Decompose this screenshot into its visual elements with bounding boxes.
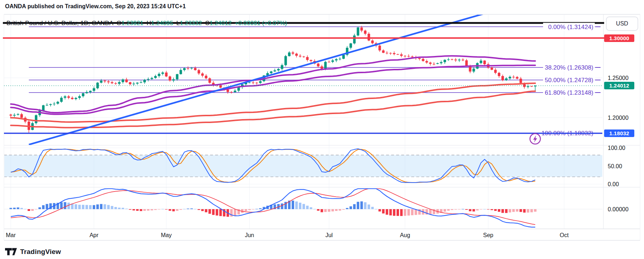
svg-text:61.80% (1.23148): 61.80% (1.23148)	[545, 89, 593, 96]
price-badge-last-price: 1.24012	[604, 82, 634, 89]
symbol-title-row[interactable]: British Pound / U.S. Dollar, 1D, OANDA O…	[6, 20, 287, 27]
macd-pane	[10, 189, 537, 227]
ohlc-open: O1.23921	[117, 20, 144, 27]
svg-text:May: May	[161, 232, 172, 238]
svg-text:50.00: 50.00	[608, 163, 622, 169]
lightning-icon[interactable]	[530, 134, 541, 144]
ohlc-close: C1.24012	[205, 20, 232, 27]
svg-text:Apr: Apr	[89, 232, 99, 238]
price-change: +0.00091 (+0.07%)	[235, 20, 287, 27]
ma-purple-fast	[11, 56, 535, 113]
svg-text:0.00: 0.00	[608, 181, 619, 187]
ma-red-fast	[11, 83, 535, 122]
tradingview-logo-text: TradingView	[20, 248, 61, 256]
svg-text:38.20% (1.26308): 38.20% (1.26308)	[545, 64, 593, 71]
svg-text:0.00000: 0.00000	[608, 206, 629, 212]
svg-text:Jul: Jul	[325, 232, 333, 238]
symbol-description[interactable]: British Pound / U.S. Dollar, 1D, OANDA	[6, 20, 113, 27]
ohlc-low: L1.23332	[176, 20, 202, 27]
svg-text:Jun: Jun	[245, 232, 254, 238]
svg-text:1.25000: 1.25000	[608, 75, 629, 81]
candlestick-series	[10, 26, 537, 133]
svg-text:1.20000: 1.20000	[608, 115, 629, 121]
svg-text:Sep: Sep	[483, 232, 494, 238]
publish-bar: OANDA published on TradingView.com, Sep …	[5, 3, 186, 10]
ohlc-high: H1.24095	[147, 20, 173, 27]
ma-purple-slow	[11, 65, 535, 114]
price-badge-resistance: 1.30000	[604, 34, 634, 42]
publish-text: OANDA published on TradingView.com, Sep …	[5, 3, 186, 9]
svg-text:Oct: Oct	[560, 232, 569, 238]
currency-toggle-usd-button[interactable]: USD	[606, 17, 638, 31]
tradingview-logo-icon	[5, 248, 17, 256]
svg-text:Mar: Mar	[6, 232, 16, 238]
svg-text:100.00: 100.00	[608, 145, 625, 151]
svg-text:50.00% (1.24728): 50.00% (1.24728)	[545, 77, 593, 84]
blue-trendline[interactable]	[29, 11, 492, 145]
price-scale[interactable]: 1.250001.20000100.0050.000.000.00000	[608, 75, 629, 212]
fib-level-labels: 0.00% (1.31424)38.20% (1.26308)50.00% (1…	[541, 23, 601, 137]
tradingview-chart-screenshot: OANDA published on TradingView.com, Sep …	[0, 0, 644, 259]
svg-text:Aug: Aug	[400, 232, 410, 238]
stochastic-pane	[4, 149, 602, 183]
svg-text:0.00% (1.31424): 0.00% (1.31424)	[548, 24, 593, 30]
time-axis[interactable]: MarAprMayJunJulAugSepOct	[6, 232, 569, 238]
price-badge-fib-support: 1.18032	[604, 130, 634, 137]
chart-canvas[interactable]: 0.00% (1.31424)38.20% (1.26308)50.00% (1…	[0, 0, 644, 259]
tradingview-attribution[interactable]: TradingView	[5, 248, 61, 256]
